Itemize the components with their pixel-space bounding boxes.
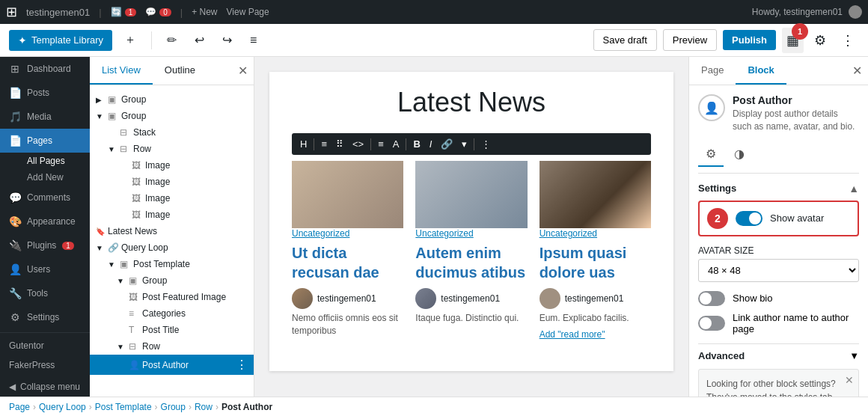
avatar-size-select[interactable]: 48 × 48 64 × 64 96 × 96 128 × 128 bbox=[698, 259, 859, 282]
sidebar-item-pages[interactable]: 📄 Pages bbox=[0, 129, 90, 153]
block-icon-tabs: ⚙ ◑ bbox=[698, 142, 859, 174]
breadcrumb-post-template[interactable]: Post Template bbox=[95, 402, 152, 412]
add-block-button[interactable]: ＋ bbox=[118, 28, 142, 52]
settings-toggle-button[interactable]: ▲ bbox=[849, 183, 859, 195]
list-item[interactable]: ▼ ⊟ Row bbox=[90, 338, 254, 355]
group-icon: ▣ bbox=[108, 94, 121, 105]
link-button[interactable]: 🔗 bbox=[437, 136, 456, 152]
sidebar-sub-add-new[interactable]: Add New bbox=[0, 169, 90, 186]
italic-button[interactable]: I bbox=[426, 136, 436, 152]
comments-icon: 💬 bbox=[145, 7, 156, 17]
more-options-button[interactable]: ⋮ bbox=[837, 28, 859, 53]
sidebar-toggle-button[interactable]: ▦ 1 bbox=[782, 28, 804, 53]
block-settings-tab[interactable]: ⚙ bbox=[698, 142, 724, 167]
updates-item[interactable]: 🔄 1 bbox=[111, 7, 137, 17]
news-card: Uncategorized Ipsum quasi dolore uas tes… bbox=[540, 161, 651, 344]
tab-page[interactable]: Page bbox=[689, 57, 736, 85]
right-panel-close-button[interactable]: ✕ bbox=[846, 58, 868, 84]
list-item[interactable]: ≡ Categories bbox=[90, 305, 254, 322]
list-item-post-author[interactable]: 👤 Post Author ⋮ bbox=[90, 355, 254, 375]
pen-icon-button[interactable]: ✏ bbox=[161, 28, 183, 52]
news-category[interactable]: Uncategorized bbox=[292, 228, 403, 239]
list-item[interactable]: ▼ ▣ Group bbox=[90, 108, 254, 124]
list-item[interactable]: ▼ ▣ Group bbox=[90, 272, 254, 289]
preview-button[interactable]: Preview bbox=[663, 29, 717, 51]
dropdown-button[interactable]: ▾ bbox=[458, 136, 471, 152]
settings-icon: ⚙ bbox=[9, 311, 21, 323]
link-author-toggle[interactable] bbox=[698, 316, 725, 331]
sidebar-bottom: ◀ Collapse menu bbox=[0, 377, 90, 397]
list-view-close-button[interactable]: ✕ bbox=[232, 58, 254, 84]
tab-list-view[interactable]: List View bbox=[90, 57, 153, 85]
show-avatar-toggle[interactable] bbox=[736, 211, 762, 226]
sidebar-item-appearance[interactable]: 🎨 Appearance bbox=[0, 209, 90, 233]
sidebar-item-users[interactable]: 👤 Users bbox=[0, 257, 90, 281]
notice-close-button[interactable]: ✕ bbox=[845, 374, 854, 386]
list-item[interactable]: 🖼 Image bbox=[90, 174, 254, 190]
news-category[interactable]: Uncategorized bbox=[540, 228, 651, 239]
sidebar-item-settings[interactable]: ⚙ Settings bbox=[0, 305, 90, 329]
tab-outline[interactable]: Outline bbox=[153, 57, 207, 85]
collapse-menu-button[interactable]: ◀ Collapse menu bbox=[0, 377, 90, 397]
sidebar-item-gutentor[interactable]: Gutentor bbox=[0, 336, 90, 355]
breadcrumb-current: Post Author bbox=[221, 402, 272, 412]
list-item[interactable]: ▼ ⊟ Row bbox=[90, 141, 254, 157]
list-item[interactable]: 🖼 Post Featured Image bbox=[90, 289, 254, 305]
list-item-label: Row bbox=[142, 341, 248, 352]
tab-block[interactable]: Block bbox=[736, 57, 786, 85]
list-item-label: Post Featured Image bbox=[142, 292, 248, 302]
view-page-link[interactable]: View Page bbox=[227, 7, 269, 17]
image-icon: 🖼 bbox=[132, 209, 145, 220]
undo-button[interactable]: ↩ bbox=[189, 28, 210, 52]
add-read-more[interactable]: Add "read more" bbox=[540, 329, 651, 340]
list-item[interactable]: T Post Title bbox=[90, 322, 254, 338]
list-item-label: Post Template bbox=[133, 259, 248, 269]
breadcrumb-page[interactable]: Page bbox=[9, 402, 30, 412]
menu-button[interactable]: ≡ bbox=[244, 29, 263, 52]
breadcrumb-group[interactable]: Group bbox=[161, 402, 186, 412]
list-item[interactable]: ▼ ▣ Post Template bbox=[90, 256, 254, 272]
advanced-header[interactable]: Advanced ▼ bbox=[698, 350, 859, 361]
news-category[interactable]: Uncategorized bbox=[415, 228, 527, 239]
list-item[interactable]: ▼ 🔗 Query Loop bbox=[90, 239, 254, 256]
list-item[interactable]: 🖼 Image bbox=[90, 207, 254, 223]
sidebar-item-media[interactable]: 🎵 Media bbox=[0, 105, 90, 129]
news-excerpt: Itaque fuga. Distinctio qui. bbox=[415, 312, 527, 325]
list-item[interactable]: 🖼 Image bbox=[90, 190, 254, 207]
bold-button[interactable]: B bbox=[409, 136, 424, 152]
list-item[interactable]: ⊟ Stack bbox=[90, 124, 254, 141]
author-row: testingemen01 bbox=[540, 288, 651, 309]
sidebar-item-comments[interactable]: 💬 Comments bbox=[0, 186, 90, 209]
list-item[interactable]: 🔖 Latest News bbox=[90, 223, 254, 239]
redo-button[interactable]: ↪ bbox=[216, 28, 238, 52]
comments-item[interactable]: 💬 0 bbox=[145, 7, 171, 17]
block-styles-tab[interactable]: ◑ bbox=[727, 142, 752, 167]
save-draft-button[interactable]: Save draft bbox=[593, 29, 657, 51]
dots-button[interactable]: ⠿ bbox=[332, 136, 347, 152]
show-bio-toggle[interactable] bbox=[698, 291, 725, 306]
more-button[interactable]: ⋮ bbox=[477, 136, 495, 152]
sidebar-item-tools[interactable]: 🔧 Tools bbox=[0, 281, 90, 305]
sidebar-item-dashboard[interactable]: ⊞ Dashboard bbox=[0, 57, 90, 81]
color-button[interactable]: A bbox=[389, 136, 403, 152]
admin-bar-left: ⊞ testingemen01 | 🔄 1 💬 0 | + New View P… bbox=[6, 4, 743, 20]
align-button[interactable]: ≡ bbox=[317, 136, 331, 152]
toolbar-separator bbox=[370, 138, 371, 150]
sidebar-item-posts[interactable]: 📄 Posts bbox=[0, 81, 90, 105]
format-heading-button[interactable]: H bbox=[296, 136, 311, 152]
sidebar-item-plugins[interactable]: 🔌 Plugins 1 bbox=[0, 233, 90, 257]
more-options-icon[interactable]: ⋮ bbox=[236, 358, 248, 372]
sidebar-item-fakerpress[interactable]: FakerPress bbox=[0, 355, 90, 375]
breadcrumb-query-loop[interactable]: Query Loop bbox=[39, 402, 86, 412]
sidebar-sub-all-pages[interactable]: All Pages bbox=[0, 153, 90, 169]
list-item[interactable]: 🖼 Image bbox=[90, 157, 254, 174]
code-button[interactable]: <> bbox=[349, 136, 367, 152]
publish-button[interactable]: Publish bbox=[723, 30, 776, 50]
breadcrumb-row[interactable]: Row bbox=[195, 402, 213, 412]
settings-icon-button[interactable]: ⚙ bbox=[810, 28, 831, 53]
news-card: Uncategorized Ut dicta recusan dae testi… bbox=[292, 161, 403, 344]
list-item[interactable]: ▶ ▣ Group bbox=[90, 91, 254, 108]
new-button[interactable]: + New bbox=[192, 7, 217, 17]
align-left-button[interactable]: ≡ bbox=[374, 136, 388, 152]
template-library-button[interactable]: ✦ Template Library bbox=[9, 30, 112, 51]
